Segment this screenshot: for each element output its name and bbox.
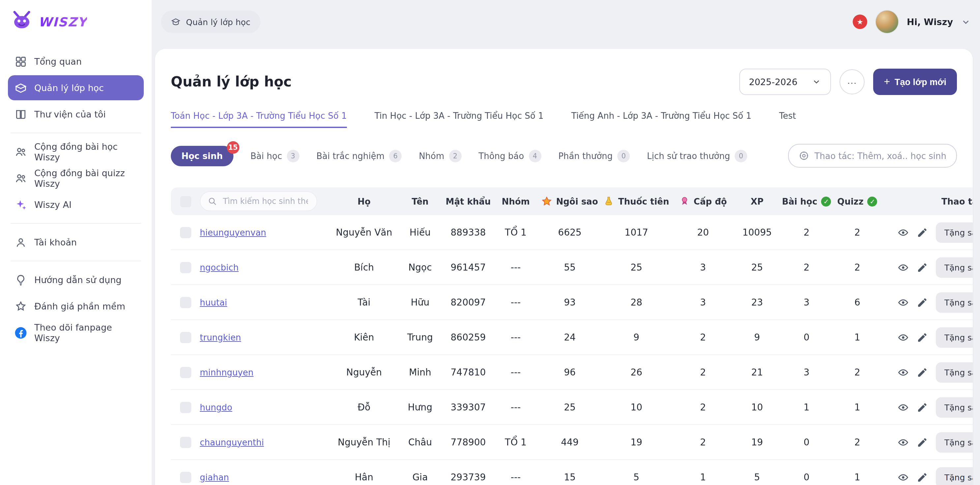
- pill-nhom[interactable]: Nhóm 2: [419, 150, 461, 162]
- edit-student-button[interactable]: [917, 437, 928, 448]
- row-checkbox[interactable]: [180, 332, 191, 343]
- view-student-button[interactable]: [897, 227, 909, 238]
- edit-student-button[interactable]: [917, 262, 928, 273]
- sidebar-item-huong-dan[interactable]: Hướng dẫn sử dụng: [8, 267, 144, 292]
- school-year-select[interactable]: 2025-2026: [739, 69, 831, 95]
- sidebar-item-thu-vien[interactable]: Thư viện của tôi: [8, 102, 144, 127]
- sidebar: WISZY Tổng quan Quản lý lớp học Thư viện…: [0, 0, 152, 485]
- student-username-link[interactable]: ngocbich: [200, 262, 239, 272]
- breadcrumb-label: Quản lý lớp học: [186, 17, 250, 27]
- student-username-link[interactable]: hieunguyenvan: [200, 227, 266, 237]
- edit-student-button[interactable]: [917, 402, 928, 413]
- sidebar-item-danh-gia[interactable]: Đánh giá phần mềm: [8, 294, 144, 319]
- cell-bai-hoc: 0: [781, 472, 832, 482]
- sidebar-item-wiszy-ai[interactable]: Wiszy AI: [8, 192, 144, 217]
- col-thao-tac: Thao tác: [883, 196, 973, 206]
- select-all-checkbox[interactable]: [180, 196, 191, 207]
- sidebar-item-cong-dong-quizz[interactable]: Cộng đồng bài quizz Wiszy: [8, 166, 144, 191]
- gear-icon: [799, 150, 809, 161]
- pill-hoc-sinh[interactable]: Học sinh 15: [171, 145, 234, 166]
- row-checkbox[interactable]: [180, 262, 191, 273]
- pill-bai-trac-nghiem[interactable]: Bài trắc nghiệm 6: [316, 150, 402, 162]
- student-username-link[interactable]: minhnguyen: [200, 367, 254, 377]
- view-student-button[interactable]: [897, 262, 909, 273]
- eye-icon: [897, 402, 909, 413]
- col-thuoc-tien: Thuốc tiên: [600, 196, 673, 207]
- give-star-button[interactable]: Tặng sa: [936, 222, 973, 242]
- row-checkbox[interactable]: [180, 297, 191, 308]
- row-checkbox[interactable]: [180, 471, 191, 483]
- give-star-button[interactable]: Tặng sa: [936, 362, 973, 382]
- cell-cap-do: 1: [673, 472, 733, 482]
- sidebar-item-label: Wiszy AI: [34, 199, 72, 210]
- community-users-icon: [14, 145, 27, 158]
- tab-toan-hoc[interactable]: Toán Học - Lớp 3A - Trường Tiểu Học Số 1: [171, 111, 347, 128]
- col-mat-khau: Mật khẩu: [445, 196, 491, 206]
- sidebar-item-tong-quan[interactable]: Tổng quan: [8, 49, 144, 74]
- pill-bai-hoc[interactable]: Bài học 3: [251, 150, 299, 162]
- sidebar-divider: [11, 132, 141, 133]
- pill-thong-bao[interactable]: Thông báo 4: [479, 150, 541, 162]
- row-checkbox[interactable]: [180, 227, 191, 238]
- cell-quizz: 6: [832, 297, 883, 308]
- section-pills-row: Học sinh 15 Bài học 3 Bài trắc nghiệm 6 …: [171, 144, 957, 168]
- sidebar-divider: [11, 223, 141, 224]
- edit-student-button[interactable]: [917, 367, 928, 378]
- student-username-link[interactable]: hungdo: [200, 402, 232, 412]
- sidebar-item-label: Đánh giá phần mềm: [34, 301, 125, 311]
- col-ten: Tên: [395, 196, 445, 206]
- pill-label: Thông báo: [479, 151, 524, 161]
- pill-label: Bài học: [251, 151, 282, 161]
- row-checkbox[interactable]: [180, 402, 191, 413]
- classroom-box-icon: [14, 81, 27, 94]
- view-student-button[interactable]: [897, 471, 909, 483]
- view-student-button[interactable]: [897, 297, 909, 308]
- student-username-link[interactable]: giahan: [200, 472, 229, 482]
- sidebar-item-quan-ly-lop-hoc[interactable]: Quản lý lớp học: [8, 75, 144, 100]
- eye-icon: [897, 297, 909, 308]
- eye-icon: [897, 227, 909, 238]
- more-options-button[interactable]: ...: [840, 69, 865, 94]
- tab-tieng-anh[interactable]: Tiếng Anh - Lớp 3A - Trường Tiểu Học Số …: [571, 111, 751, 128]
- view-student-button[interactable]: [897, 437, 909, 448]
- view-student-button[interactable]: [897, 402, 909, 413]
- breadcrumb[interactable]: Quản lý lớp học: [161, 11, 260, 33]
- brand-logo[interactable]: WISZY: [0, 0, 152, 41]
- give-star-button[interactable]: Tặng sa: [936, 467, 973, 485]
- view-student-button[interactable]: [897, 332, 909, 343]
- student-username-link[interactable]: chaunguyenthi: [200, 437, 264, 447]
- sidebar-item-fanpage[interactable]: Theo dõi fanpage Wiszy: [8, 320, 144, 345]
- edit-student-button[interactable]: [917, 227, 928, 238]
- student-username-link[interactable]: huutai: [200, 297, 227, 307]
- sidebar-item-label: Thư viện của tôi: [34, 109, 106, 120]
- give-star-button[interactable]: Tặng sa: [936, 397, 973, 417]
- view-student-button[interactable]: [897, 367, 909, 378]
- sidebar-item-label: Theo dõi fanpage Wiszy: [34, 322, 137, 343]
- edit-student-button[interactable]: [917, 332, 928, 343]
- cell-nhom: ---: [491, 367, 540, 377]
- give-star-button[interactable]: Tặng sa: [936, 292, 973, 313]
- give-star-button[interactable]: Tặng sa: [936, 432, 973, 452]
- notification-badge-icon[interactable]: ★: [853, 14, 867, 29]
- edit-student-button[interactable]: [917, 297, 928, 308]
- pill-lich-su-trao-thuong[interactable]: Lịch sử trao thưởng 0: [647, 150, 747, 162]
- student-username-link[interactable]: trungkien: [200, 332, 241, 342]
- avatar[interactable]: [875, 10, 899, 34]
- sidebar-item-tai-khoan[interactable]: Tài khoản: [8, 230, 144, 255]
- create-class-button[interactable]: + Tạo lớp mới: [873, 69, 957, 95]
- library-book-icon: [14, 108, 27, 120]
- edit-student-button[interactable]: [917, 471, 928, 483]
- give-star-button[interactable]: Tặng sa: [936, 327, 973, 348]
- give-star-button[interactable]: Tặng sa: [936, 257, 973, 278]
- student-operations-button[interactable]: Thao tác: Thêm, xoá.. học sinh: [788, 144, 957, 168]
- tab-tin-hoc[interactable]: Tin Học - Lớp 3A - Trường Tiểu Học Số 1: [375, 111, 544, 128]
- row-checkbox[interactable]: [180, 367, 191, 378]
- cell-nhom: ---: [491, 332, 540, 343]
- search-input[interactable]: [221, 196, 309, 207]
- tab-test[interactable]: Test: [779, 111, 796, 128]
- check-circle-icon: ✓: [867, 196, 877, 206]
- sidebar-item-cong-dong-bai-hoc[interactable]: Cộng đồng bài học Wiszy: [8, 139, 144, 164]
- chevron-down-icon[interactable]: [961, 17, 971, 27]
- row-checkbox[interactable]: [180, 437, 191, 448]
- pill-phan-thuong[interactable]: Phần thưởng 0: [558, 150, 630, 162]
